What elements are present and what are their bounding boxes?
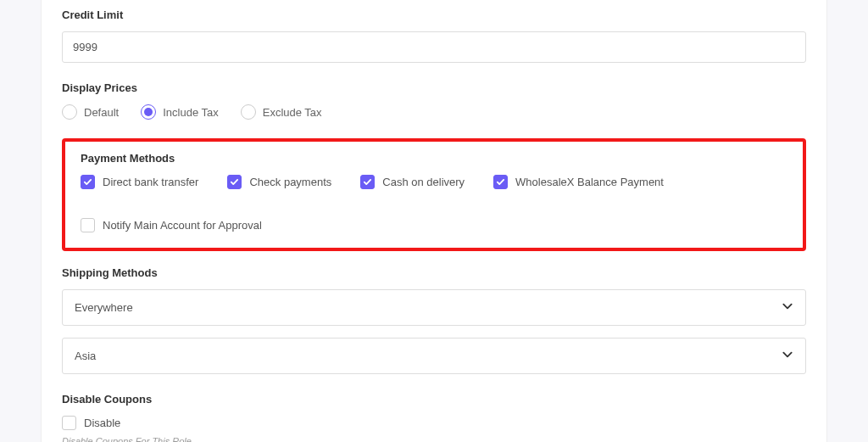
checkbox-wholesalex-balance[interactable]: WholesaleX Balance Payment: [493, 175, 664, 189]
shipping-methods-label: Shipping Methods: [62, 266, 806, 279]
checkbox-icon: [81, 218, 95, 232]
checkbox-label: Direct bank transfer: [103, 176, 198, 188]
chevron-down-icon: [782, 300, 793, 315]
display-prices-label: Display Prices: [62, 81, 806, 94]
display-prices-section: Display Prices Default Include Tax Exclu…: [62, 81, 806, 120]
checkbox-icon: [227, 175, 242, 189]
checkbox-label: Check payments: [249, 176, 331, 188]
disable-coupons-section: Disable Coupons Disable Disable Coupons …: [62, 393, 806, 442]
checkbox-check-payments[interactable]: Check payments: [227, 175, 331, 189]
checkbox-label: Notify Main Account for Approval: [103, 219, 262, 232]
disable-coupons-hint: Disable Coupons For This Role: [62, 436, 806, 442]
shipping-select-asia[interactable]: Asia: [62, 338, 806, 374]
radio-include-tax[interactable]: Include Tax: [141, 104, 219, 120]
credit-limit-label: Credit Limit: [62, 8, 806, 21]
checkbox-icon: [62, 416, 76, 430]
display-prices-options: Default Include Tax Exclude Tax: [62, 104, 806, 120]
radio-label: Exclude Tax: [263, 106, 322, 119]
checkbox-disable-coupons[interactable]: Disable: [62, 416, 120, 430]
chevron-down-icon: [782, 349, 793, 363]
credit-limit-input[interactable]: [62, 31, 806, 63]
radio-label: Include Tax: [163, 106, 219, 119]
shipping-methods-section: Shipping Methods Everywhere Asia: [62, 266, 806, 374]
credit-limit-section: Credit Limit: [62, 8, 806, 63]
shipping-select-everywhere[interactable]: Everywhere: [62, 289, 806, 326]
radio-exclude-tax[interactable]: Exclude Tax: [241, 104, 322, 120]
checkbox-icon: [493, 175, 508, 189]
select-value: Everywhere: [75, 301, 133, 314]
checkbox-icon: [360, 175, 375, 189]
checkbox-cash-on-delivery[interactable]: Cash on delivery: [360, 175, 465, 189]
radio-icon: [62, 104, 77, 120]
disable-coupons-label: Disable Coupons: [62, 393, 806, 406]
radio-default[interactable]: Default: [62, 104, 119, 120]
payment-methods-label: Payment Methods: [81, 152, 787, 165]
payment-methods-options: Direct bank transfer Check payments Cash…: [81, 175, 787, 232]
checkbox-icon: [81, 175, 95, 189]
checkbox-label: Cash on delivery: [382, 176, 465, 188]
checkbox-label: Disable: [84, 417, 120, 429]
checkbox-direct-bank-transfer[interactable]: Direct bank transfer: [81, 175, 198, 189]
checkbox-label: WholesaleX Balance Payment: [515, 176, 664, 188]
radio-icon: [141, 104, 156, 120]
checkbox-notify-main-account[interactable]: Notify Main Account for Approval: [81, 218, 262, 232]
select-value: Asia: [75, 350, 96, 362]
settings-panel: Credit Limit Display Prices Default Incl…: [41, 0, 827, 442]
radio-icon: [241, 104, 256, 120]
radio-label: Default: [84, 106, 119, 119]
payment-methods-highlight: Payment Methods Direct bank transfer Che…: [62, 138, 806, 251]
